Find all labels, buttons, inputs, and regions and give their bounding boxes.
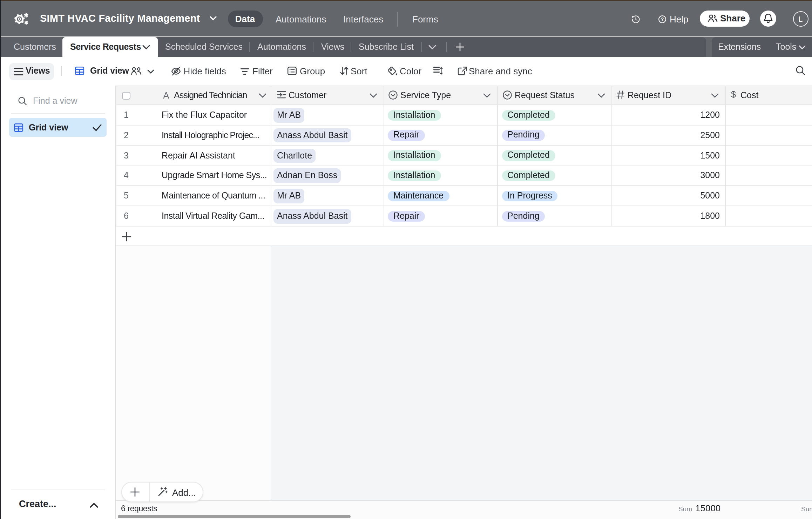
- svg-text:A: A: [163, 90, 169, 100]
- svg-text:?: ?: [661, 16, 664, 22]
- svg-text:$: $: [731, 89, 736, 99]
